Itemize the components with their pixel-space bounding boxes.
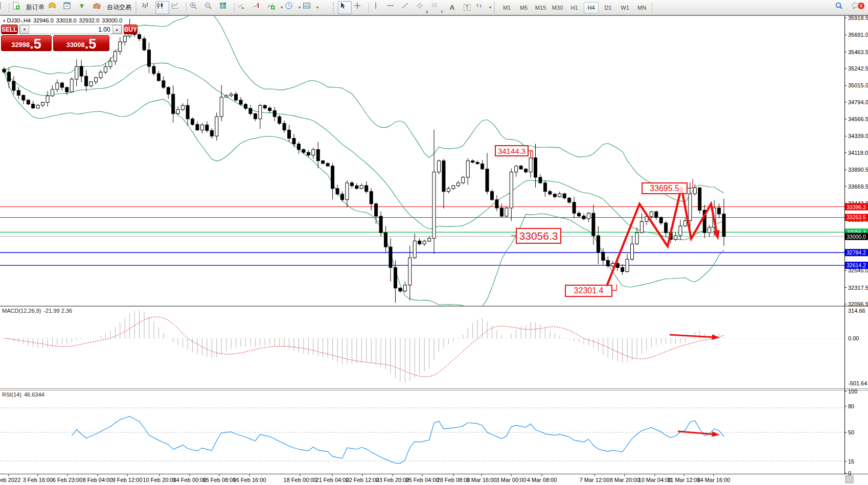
autotrading-button[interactable] — [92, 1, 106, 14]
sell-price-display[interactable]: 32998 .5 — [1, 35, 52, 51]
svg-text:100: 100 — [848, 388, 857, 395]
svg-text:25 Feb 04:00: 25 Feb 04:00 — [406, 477, 439, 483]
svg-text:33253.5: 33253.5 — [847, 214, 866, 220]
indicators-dropdown[interactable] — [281, 5, 283, 10]
volume-input[interactable] — [29, 25, 112, 34]
channel-icon — [416, 2, 424, 10]
chart-icon — [0, 2, 2, 10]
new-order-button[interactable] — [11, 1, 25, 14]
arrows-dropdown[interactable] — [489, 5, 491, 10]
rsi-label: RSI(14)46.6344 — [2, 391, 44, 398]
scroll-corner[interactable] — [846, 476, 853, 483]
templates-dropdown[interactable] — [316, 5, 318, 10]
svg-text:314.66: 314.66 — [848, 308, 865, 314]
main-toolbar: 新订单 自动交易 — [0, 0, 868, 15]
svg-text:15 Feb 08:00: 15 Feb 08:00 — [203, 477, 236, 483]
price-callout[interactable]: 34144.3 — [495, 145, 529, 156]
svg-text:10 Mar 04:00: 10 Mar 04:00 — [638, 477, 672, 483]
indicator-axis[interactable]: 314.660.00-501.641008050150 — [844, 308, 867, 476]
templates-button[interactable] — [302, 1, 316, 14]
svg-text:33669.5: 33669.5 — [848, 183, 868, 190]
zoom-out-button[interactable] — [203, 1, 217, 14]
sell-button[interactable]: SELL — [1, 25, 18, 34]
market-watch-button[interactable] — [62, 1, 76, 14]
new-order-label[interactable]: 新订单 — [26, 3, 44, 12]
svg-text:7 Mar 12:00: 7 Mar 12:00 — [580, 477, 610, 483]
buy-button[interactable]: BUY — [124, 25, 138, 34]
fibonacci-button[interactable]: F — [430, 1, 444, 14]
chevron-down-icon: ▾ — [3, 18, 6, 24]
line-chart-button[interactable] — [170, 1, 184, 14]
sell-price-pip: .5 — [30, 38, 41, 50]
volume-decrease-button[interactable] — [20, 25, 29, 34]
svg-text:34118.0: 34118.0 — [848, 150, 868, 156]
signals-button[interactable] — [77, 1, 91, 14]
bar-chart-button[interactable] — [141, 1, 154, 14]
low-value: 32932.0 — [79, 17, 100, 24]
text-icon: A — [450, 4, 454, 11]
timeframe-m5[interactable]: M5 — [516, 2, 531, 13]
timeframe-h1[interactable]: H1 — [567, 2, 582, 13]
bar-chart-icon — [141, 2, 149, 10]
tile-windows-button[interactable] — [218, 1, 232, 14]
svg-text:15: 15 — [848, 458, 854, 465]
text-label-icon: T — [464, 4, 470, 11]
periods-button[interactable] — [284, 1, 298, 14]
timeframe-h4[interactable]: H4 — [584, 2, 599, 13]
timeframe-m15[interactable]: M15 — [533, 2, 548, 13]
chart-canvas[interactable]: 35918.535691.035463.535242.535015.034794… — [0, 0, 868, 485]
timeframe-mn[interactable]: MN — [634, 2, 649, 13]
volume-increase-button[interactable] — [112, 25, 122, 34]
template-image-icon — [303, 2, 311, 10]
svg-text:33890.5: 33890.5 — [848, 167, 868, 173]
price-callout[interactable]: 32301.4 — [565, 285, 612, 297]
symbol-ohlc-line: ▾DJ30-,H432946.033018.032932.033000.0 — [3, 17, 125, 24]
timeframe-m1[interactable]: M1 — [499, 2, 514, 13]
history-center-button[interactable] — [48, 1, 61, 14]
text-label-button[interactable]: T — [460, 1, 474, 14]
rsi-value: 46.6344 — [24, 391, 44, 398]
separator — [9, 3, 9, 13]
periods-dropdown[interactable] — [299, 5, 301, 10]
search-button[interactable] — [834, 1, 848, 14]
zoom-out-icon — [204, 2, 212, 10]
clock-icon — [285, 2, 293, 10]
notifications-button[interactable]: 1 — [851, 1, 864, 14]
timeframe-m30[interactable]: M30 — [550, 2, 565, 13]
vertical-line-button[interactable] — [371, 1, 385, 14]
crosshair-button[interactable] — [353, 1, 367, 14]
buy-price-main: 33008 — [66, 41, 85, 49]
svg-text:32614.2: 32614.2 — [847, 262, 866, 268]
svg-text:34339.0: 34339.0 — [848, 133, 868, 139]
horizontal-line-button[interactable] — [386, 1, 400, 14]
clipped-icon[interactable] — [0, 1, 7, 14]
svg-text:28 Feb 08:00: 28 Feb 08:00 — [437, 477, 470, 483]
indicators-button[interactable] — [266, 1, 280, 14]
svg-text:3 Feb 16:00: 3 Feb 16:00 — [23, 477, 53, 483]
zoom-in-button[interactable] — [189, 1, 202, 14]
cursor-button[interactable] — [338, 1, 352, 14]
equidistant-channel-button[interactable]: E — [416, 1, 429, 14]
svg-text:35015.0: 35015.0 — [848, 82, 868, 88]
chart-shift-button[interactable] — [252, 1, 265, 14]
trendline-button[interactable] — [401, 1, 415, 14]
svg-text:35463.5: 35463.5 — [848, 49, 868, 55]
high-value: 33018.0 — [56, 17, 77, 24]
candlestick-chart-button[interactable] — [155, 1, 169, 14]
buy-price-display[interactable]: 33008 .5 — [53, 35, 109, 51]
open-value: 32946.0 — [33, 17, 54, 24]
time-axis[interactable]: Feb 20223 Feb 16:006 Feb 23:008 Feb 04:0… — [0, 474, 730, 483]
price-callout[interactable]: 33056.3 — [516, 228, 561, 244]
auto-scroll-button[interactable] — [237, 1, 250, 14]
autotrading-label[interactable]: 自动交易 — [107, 3, 131, 12]
timeframe-d1[interactable]: D1 — [601, 2, 615, 13]
timeframe-w1[interactable]: W1 — [618, 2, 632, 13]
candlestick-icon — [156, 2, 164, 10]
text-button[interactable]: A — [445, 1, 459, 14]
price-tags: 33396.333253.533056.333000.032784.232614… — [845, 203, 868, 269]
separator — [652, 3, 652, 13]
horizontal-line-icon — [386, 2, 395, 10]
arrows-button[interactable] — [475, 1, 489, 14]
svg-text:14 Feb 00:00: 14 Feb 00:00 — [173, 477, 207, 483]
price-callout[interactable]: 33695.5 — [642, 182, 688, 194]
